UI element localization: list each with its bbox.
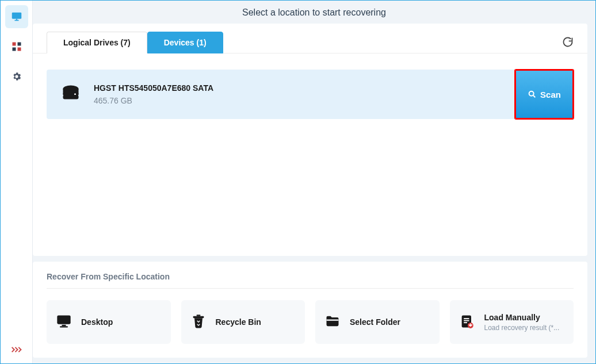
folder-icon bbox=[324, 313, 342, 331]
svg-rect-6 bbox=[17, 48, 21, 51]
svg-rect-4 bbox=[17, 43, 21, 46]
svg-rect-16 bbox=[196, 315, 200, 316]
svg-rect-12 bbox=[57, 316, 70, 324]
svg-rect-14 bbox=[60, 326, 68, 327]
tabs-row: Logical Drives (7) Devices (1) bbox=[33, 24, 587, 53]
refresh-button[interactable] bbox=[562, 36, 574, 50]
tile-label: Recycle Bin bbox=[216, 317, 261, 327]
tile-label: Load Manually bbox=[484, 313, 560, 322]
device-size: 465.76 GB bbox=[94, 96, 213, 105]
hard-drive-icon bbox=[60, 83, 81, 106]
svg-rect-17 bbox=[327, 320, 339, 321]
tile-recycle-bin[interactable]: Recycle Bin bbox=[181, 300, 305, 344]
chevrons-right-icon bbox=[11, 346, 22, 354]
device-info: HGST HTS545050A7E680 SATA 465.76 GB bbox=[94, 83, 213, 105]
svg-rect-10 bbox=[63, 95, 79, 99]
sidebar-item-settings[interactable] bbox=[5, 65, 28, 88]
tile-label: Desktop bbox=[81, 317, 113, 327]
scan-button[interactable]: Scan bbox=[515, 70, 574, 119]
device-name: HGST HTS545050A7E680 SATA bbox=[94, 83, 213, 93]
svg-rect-0 bbox=[12, 13, 21, 19]
tile-load-manually[interactable]: Load Manually Load recovery result (*... bbox=[450, 300, 574, 344]
load-file-icon bbox=[459, 313, 476, 331]
search-icon bbox=[528, 90, 537, 99]
sidebar-item-grid[interactable] bbox=[5, 35, 28, 58]
svg-rect-20 bbox=[464, 320, 469, 321]
tab-logical-drives[interactable]: Logical Drives (7) bbox=[47, 32, 147, 53]
refresh-icon bbox=[562, 36, 574, 48]
tile-desktop[interactable]: Desktop bbox=[47, 300, 171, 344]
drives-panel: Logical Drives (7) Devices (1) HGST HTS5… bbox=[33, 24, 587, 256]
svg-rect-13 bbox=[62, 325, 66, 326]
tiles-row: Desktop Recycle Bin Select Folder bbox=[47, 300, 574, 344]
tile-sublabel: Load recovery result (*... bbox=[484, 324, 560, 332]
tab-devices[interactable]: Devices (1) bbox=[147, 32, 223, 53]
svg-point-11 bbox=[529, 91, 534, 96]
scan-label: Scan bbox=[540, 90, 561, 99]
main-area: Select a location to start recovering Lo… bbox=[33, 1, 595, 363]
monitor-icon bbox=[10, 10, 23, 23]
device-row[interactable]: HGST HTS545050A7E680 SATA 465.76 GB Scan bbox=[47, 70, 574, 119]
svg-rect-21 bbox=[464, 322, 467, 323]
specific-location-panel: Recover From Specific Location Desktop R… bbox=[33, 262, 587, 358]
tile-label: Select Folder bbox=[350, 317, 400, 327]
specific-heading: Recover From Specific Location bbox=[47, 272, 574, 289]
sidebar-expand[interactable] bbox=[5, 342, 28, 358]
svg-rect-5 bbox=[12, 48, 16, 51]
grid-icon bbox=[12, 41, 22, 52]
page-title: Select a location to start recovering bbox=[33, 1, 595, 24]
tile-select-folder[interactable]: Select Folder bbox=[315, 300, 440, 344]
gear-icon bbox=[12, 71, 22, 82]
svg-rect-2 bbox=[16, 19, 17, 21]
svg-rect-19 bbox=[464, 318, 469, 319]
sidebar-item-recover[interactable] bbox=[5, 5, 28, 28]
desktop-icon bbox=[56, 313, 73, 331]
recycle-bin-icon bbox=[190, 313, 208, 331]
svg-rect-3 bbox=[12, 43, 16, 46]
svg-point-9 bbox=[74, 93, 76, 95]
sidebar bbox=[1, 1, 33, 363]
svg-rect-15 bbox=[193, 316, 204, 319]
